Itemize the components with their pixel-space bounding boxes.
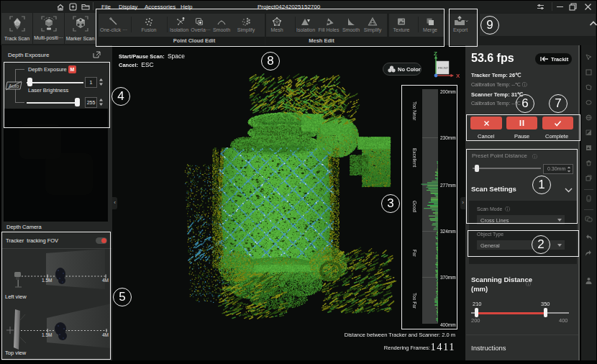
svg-text:FRONT: FRONT <box>438 66 449 70</box>
svg-text:X: X <box>456 73 460 79</box>
svg-text:Z: Z <box>434 50 437 57</box>
